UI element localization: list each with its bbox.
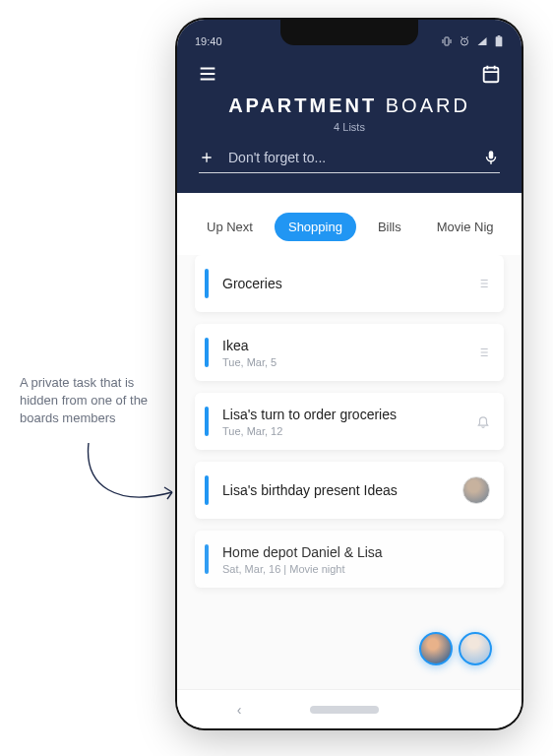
annotation-text: A private task that is hidden from one o…	[20, 374, 157, 428]
phone-frame: 19:40 APARTMENT BOARD 4 Lists	[177, 20, 522, 728]
android-nav-bar: ‹	[177, 689, 522, 728]
bell-icon	[476, 405, 490, 438]
task-title: Ikea	[222, 338, 476, 353]
board-title: APARTMENT BOARD	[177, 94, 522, 117]
plus-icon	[199, 150, 215, 165]
list-count: 4 Lists	[177, 121, 522, 133]
task-card[interactable]: Groceries	[195, 255, 504, 312]
list-icon	[476, 267, 490, 300]
svg-rect-3	[498, 35, 501, 36]
task-card-private[interactable]: Lisa's birthday present Ideas	[195, 462, 504, 519]
task-card[interactable]: Home depot Daniel & Lisa Sat, Mar, 16 | …	[195, 531, 504, 588]
menu-icon[interactable]	[197, 63, 218, 85]
phone-notch	[280, 20, 418, 45]
tab-movie-night[interactable]: Movie Nig	[423, 213, 508, 241]
alarm-icon	[459, 35, 470, 47]
annotation-arrow	[79, 438, 177, 517]
tabs-row: Up Next Shopping Bills Movie Nig	[177, 193, 522, 255]
task-list: Groceries Ikea Tue, Mar, 5 L	[177, 255, 522, 689]
new-task-row[interactable]	[199, 149, 500, 173]
tab-bills[interactable]: Bills	[364, 213, 415, 241]
svg-rect-4	[484, 68, 499, 83]
task-title: Groceries	[222, 276, 476, 291]
svg-rect-0	[445, 37, 449, 45]
battery-icon	[494, 35, 504, 47]
member-avatar[interactable]	[419, 632, 453, 665]
nav-back-icon[interactable]: ‹	[237, 702, 242, 718]
nav-home-pill[interactable]	[310, 706, 379, 714]
task-title: Home depot Daniel & Lisa	[222, 544, 490, 560]
task-subtitle: Sat, Mar, 16 | Movie night	[222, 563, 490, 575]
svg-rect-5	[489, 151, 494, 158]
task-card[interactable]: Lisa's turn to order groceries Tue, Mar,…	[195, 393, 504, 450]
list-icon	[476, 336, 490, 369]
card-accent	[205, 544, 209, 574]
card-accent	[205, 269, 209, 298]
task-subtitle: Tue, Mar, 5	[222, 356, 476, 368]
new-task-input[interactable]	[228, 150, 472, 165]
tab-up-next[interactable]: Up Next	[193, 213, 267, 241]
signal-icon	[476, 35, 488, 47]
task-title: Lisa's turn to order groceries	[222, 407, 476, 422]
app-header: 19:40 APARTMENT BOARD 4 Lists	[177, 20, 522, 193]
calendar-icon[interactable]	[480, 63, 502, 85]
task-subtitle: Tue, Mar, 12	[222, 425, 476, 437]
tab-shopping[interactable]: Shopping	[275, 213, 356, 241]
task-card[interactable]: Ikea Tue, Mar, 5	[195, 324, 504, 381]
member-avatar[interactable]	[459, 632, 492, 665]
card-accent	[205, 407, 209, 436]
svg-rect-2	[496, 36, 503, 46]
board-members-fab[interactable]	[419, 632, 492, 665]
card-accent	[205, 338, 209, 367]
mic-icon[interactable]	[482, 149, 500, 166]
assignee-avatar	[462, 473, 490, 507]
vibrate-icon	[441, 35, 453, 47]
task-title: Lisa's birthday present Ideas	[222, 482, 462, 498]
card-accent	[205, 475, 209, 505]
status-time: 19:40	[195, 35, 222, 47]
